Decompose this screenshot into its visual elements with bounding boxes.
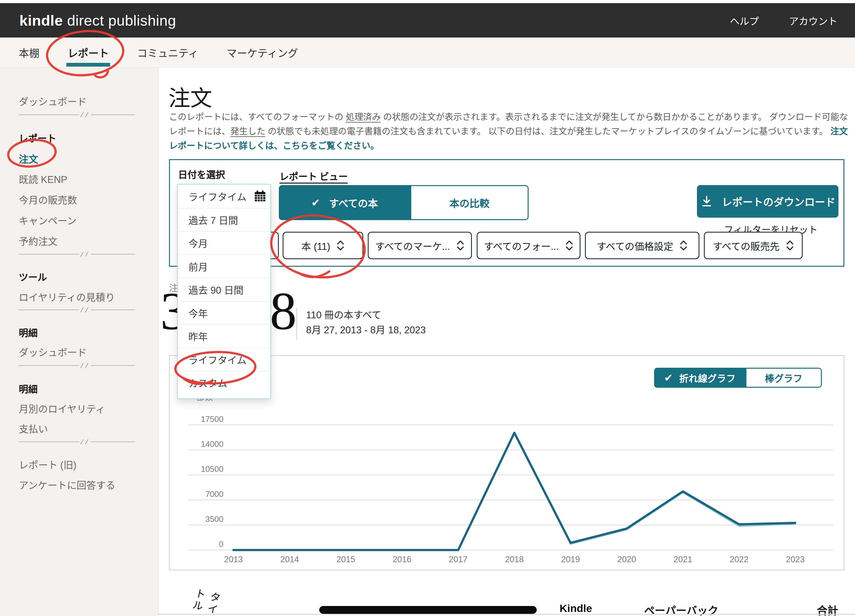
chevron-updown-icon (679, 239, 688, 252)
sidebar-item-payments[interactable]: 支払い (19, 421, 48, 435)
line-chart-label: 折れ線グラフ (679, 371, 735, 385)
table-header-kindle: Kindle (559, 602, 592, 614)
line-chart-segment[interactable]: ✔折れ線グラフ (654, 368, 745, 388)
y-tick-label: 10500 (201, 464, 224, 474)
sidebar-item-orders[interactable]: 注文 (19, 151, 38, 165)
x-tick-label: 2020 (617, 555, 636, 564)
processed-link[interactable]: 処理済み (346, 112, 381, 122)
reports-sidebar: ダッシュボード レポート 注文 既読 KENP 今月の販売数 キャンペーン 予約… (0, 67, 158, 616)
x-tick-label: 2017 (449, 555, 467, 564)
sidebar-divider (19, 310, 135, 310)
description-text-3: の状態でも未処理の電子書籍の注文も含まれています。 以下の日付は、注文が発生した… (265, 127, 830, 136)
filter-saleschannel-select[interactable]: すべての販売先 (704, 232, 803, 259)
filter-books-label: 本 (11) (301, 238, 330, 253)
sidebar-item-reports-old[interactable]: レポート (旧) (19, 457, 77, 471)
date-option-lifetime[interactable]: ライフタイム (178, 348, 270, 371)
all-books-label: すべての本 (329, 196, 378, 210)
date-option-this-year[interactable]: 今年 (178, 301, 270, 324)
main-nav: 本棚 レポート コミュニティ マーケティング (0, 38, 855, 67)
x-tick-label: 2018 (505, 555, 524, 564)
tab-reports[interactable]: レポート (67, 38, 109, 67)
y-tick-label: 3500 (205, 514, 224, 524)
sidebar-item-survey[interactable]: アンケートに回答する (19, 477, 115, 492)
table-header-title-rotated: タイトル (188, 587, 224, 616)
chevron-updown-icon (786, 239, 794, 252)
x-tick-label: 2023 (786, 555, 804, 564)
sidebar-item-monthly-royalties[interactable]: 月別のロイヤリティ (19, 401, 105, 415)
sidebar-item-dashboard[interactable]: ダッシュボード (19, 94, 87, 108)
sidebar-header-reports: レポート (19, 131, 56, 144)
download-report-button[interactable]: レポートのダウンロード (697, 185, 838, 218)
filter-pricing-select[interactable]: すべての価格設定 (585, 232, 699, 259)
sidebar-divider (19, 365, 135, 366)
x-tick-label: 2013 (224, 555, 243, 564)
filter-marketplace-select[interactable]: すべてのマーケ... (368, 232, 472, 259)
date-option-lifetime-current[interactable]: ライフタイム (178, 185, 270, 208)
bar-chart-label: 棒グラフ (765, 371, 803, 385)
filter-format-select[interactable]: すべてのフォー... (477, 232, 581, 259)
date-select-dropdown: ライフタイム 過去 7 日間 今月 前月 過去 90 日間 今年 昨年 ライフタ… (177, 184, 271, 399)
app-header: kindle direct publishing ヘルプ アカウント (0, 3, 855, 38)
chevron-updown-icon (456, 239, 464, 252)
date-option-label: ライフタイム (188, 189, 246, 203)
sidebar-item-kenp-read[interactable]: 既読 KENP (19, 172, 67, 186)
y-tick-label: 7000 (205, 489, 224, 499)
account-link[interactable]: アカウント (789, 14, 838, 28)
download-icon (700, 195, 713, 208)
tab-community[interactable]: コミュニティ (137, 38, 198, 67)
date-option-custom[interactable]: カスタム (178, 371, 270, 394)
x-tick-label: 2016 (392, 555, 411, 564)
y-tick-label: 0 (219, 540, 224, 549)
sidebar-divider (19, 115, 135, 115)
chart-line (233, 433, 795, 550)
header-links: ヘルプ アカウント (730, 3, 838, 38)
sidebar-header-statements-1: 明細 (19, 325, 38, 339)
kdp-reports-screen: kindle direct publishing ヘルプ アカウント 本棚 レポ… (0, 0, 855, 616)
x-tick-label: 2022 (729, 555, 748, 564)
sidebar-item-preorders[interactable]: 予約注文 (19, 234, 58, 248)
compare-books-label: 本の比較 (449, 196, 489, 210)
annotation-tail-books-filter (298, 271, 329, 277)
sidebar-divider (19, 442, 135, 442)
x-tick-label: 2014 (280, 555, 299, 564)
calendar-icon (254, 190, 266, 202)
chart-type-toggle: ✔折れ線グラフ 棒グラフ (654, 368, 822, 388)
table-scrollbar-thumb[interactable] (319, 606, 537, 614)
date-select-label: 日付を選択 (178, 167, 225, 181)
date-option-last-month[interactable]: 前月 (178, 255, 270, 278)
compare-books-segment[interactable]: 本の比較 (410, 185, 529, 220)
filter-saleschannel-label: すべての販売先 (712, 238, 780, 253)
total-units-last-digit: 8 (270, 284, 297, 338)
chevron-updown-icon (565, 239, 573, 252)
sidebar-header-statements-2: 明細 (19, 382, 38, 395)
x-tick-label: 2021 (674, 555, 692, 564)
logo-kindle: kindle (19, 12, 63, 29)
report-view-label: レポート ビュー (279, 169, 348, 183)
help-link[interactable]: ヘルプ (730, 14, 759, 28)
check-icon: ✔ (664, 372, 673, 383)
date-option-last-7-days[interactable]: 過去 7 日間 (178, 208, 270, 231)
bar-chart-segment[interactable]: 棒グラフ (745, 368, 822, 388)
filter-books-select[interactable]: 本 (11) (283, 232, 363, 259)
sidebar-item-month-sales[interactable]: 今月の販売数 (19, 192, 77, 206)
page-description: このレポートには、すべてのフォーマットの 処理済み の状態の注文が表示されます。… (169, 110, 849, 153)
sidebar-item-royalty-estimator[interactable]: ロイヤリティの見積り (19, 290, 115, 304)
date-option-last-year[interactable]: 昨年 (178, 324, 270, 348)
chevron-updown-icon (336, 239, 345, 252)
date-option-this-month[interactable]: 今月 (178, 231, 270, 255)
y-tick-label: 17500 (201, 414, 224, 424)
y-tick-label: 14000 (201, 439, 224, 449)
filter-format-label: すべてのフォー... (484, 238, 559, 253)
shipped-link[interactable]: 発生した (230, 127, 265, 136)
kdp-logo[interactable]: kindle direct publishing (19, 12, 176, 29)
check-icon: ✔ (311, 197, 320, 208)
filter-pricing-label: すべての価格設定 (597, 238, 674, 253)
sidebar-item-campaigns[interactable]: キャンペーン (19, 213, 77, 227)
page-title: 注文 (169, 81, 212, 112)
tab-marketing[interactable]: マーケティング (227, 38, 298, 67)
tab-bookshelf[interactable]: 本棚 (19, 38, 40, 67)
date-option-last-90-days[interactable]: 過去 90 日間 (178, 278, 270, 301)
all-books-segment[interactable]: ✔すべての本 (279, 185, 410, 220)
sidebar-item-statements-dashboard[interactable]: ダッシュボード (19, 345, 87, 359)
report-view-toggle: ✔すべての本 本の比較 (279, 185, 529, 220)
